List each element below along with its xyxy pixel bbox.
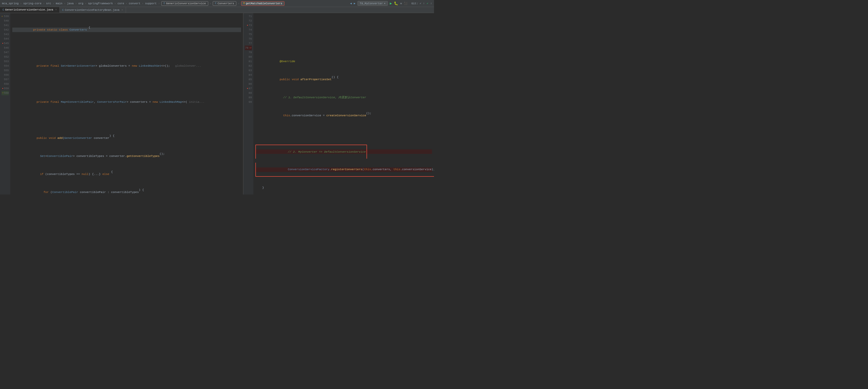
run-config-dropdown-icon[interactable]: ▾ — [384, 2, 385, 5]
breadcrumb-tab-method[interactable]: M getMatchableConverters — [241, 1, 284, 6]
left-code-lines: private static class Converters { privat… — [10, 13, 243, 195]
right-code-lines: @Override public void afterPropertiesSet… — [253, 13, 434, 195]
run-button[interactable]: ▶ — [390, 1, 392, 5]
tab-icon-2: C — [62, 8, 64, 11]
tab-close-2[interactable]: × — [121, 8, 123, 11]
tab-label-2: ConversionServiceFactoryBean.java — [65, 8, 119, 11]
breadcrumb-convert[interactable]: convert — [129, 2, 140, 5]
run-config[interactable]: T8_MyConverter ▾ — [358, 1, 388, 6]
build-button[interactable]: ⚒ — [400, 2, 402, 5]
nav-forward-icon[interactable]: ▶ — [354, 2, 355, 5]
breadcrumb-tab-service[interactable]: C GenericConversionService — [161, 1, 208, 6]
breadcrumb-java[interactable]: java — [67, 2, 73, 5]
nav-back-icon[interactable]: ◀ — [350, 2, 352, 5]
breadcrumb-springframework[interactable]: springframework — [88, 2, 113, 5]
git-check-icon[interactable]: ✓ — [427, 2, 429, 5]
editors-row: ⚠539 540 541 542 543 544 ●545 546 547 55… — [0, 13, 434, 195]
git-status: Git: ✓ ↑ — [411, 2, 425, 5]
git-push-icon[interactable]: ↑ — [430, 2, 432, 5]
right-line-numbers: 71 72 ●73 74 75 76 77 781! 79 80 81 82 8… — [243, 13, 253, 195]
breadcrumb-mca-spring[interactable]: mca_spring — [2, 2, 19, 5]
run-config-label: T8_MyConverter — [360, 2, 383, 5]
tab-conversion-factory-bean[interactable]: C ConversionServiceFactoryBean.java × — [60, 7, 126, 13]
breadcrumb-support[interactable]: support — [145, 2, 157, 5]
right-editor[interactable]: 71 72 ●73 74 75 76 77 781! 79 80 81 82 8… — [243, 13, 434, 195]
tab-close-1[interactable]: × — [55, 8, 57, 11]
breadcrumb-tab-converters[interactable]: C Converters — [213, 1, 236, 6]
top-bar: mca_spring › spring-core › src › main › … — [0, 0, 434, 7]
debug-run-button[interactable]: 🐛 — [394, 1, 398, 5]
breadcrumb-main[interactable]: main — [56, 2, 62, 5]
breadcrumb-src[interactable]: src — [46, 2, 51, 5]
tab-label-1: GenericConversionService.java — [5, 8, 53, 11]
breadcrumb-spring-core[interactable]: spring-core — [23, 2, 42, 5]
tab-icon-1: C — [2, 8, 4, 11]
breadcrumb-org[interactable]: org — [78, 2, 83, 5]
left-editor[interactable]: ⚠539 540 541 542 543 544 ●545 546 547 55… — [0, 13, 243, 195]
top-bar-right: ◀ ▶ T8_MyConverter ▾ ▶ 🐛 ⚒ ⬛ Git: ✓ ↑ ✓ … — [350, 1, 432, 6]
left-line-numbers: ⚠539 540 541 542 543 544 ●545 546 547 55… — [0, 13, 10, 195]
breadcrumb-core[interactable]: core — [117, 2, 124, 5]
editor-tabs: C GenericConversionService.java × C Conv… — [0, 7, 434, 13]
stop-button[interactable]: ⬛ — [404, 2, 407, 5]
tab-generic-conversion-service[interactable]: C GenericConversionService.java × — [0, 7, 60, 13]
